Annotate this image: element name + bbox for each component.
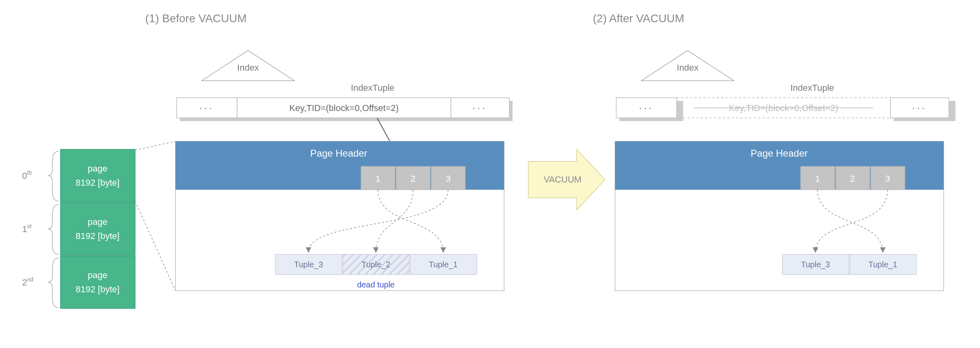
svg-text:0th: 0th <box>22 170 32 181</box>
vacuum-arrow-group: VACUUM <box>528 149 605 210</box>
index-label-after: Index <box>677 63 699 73</box>
slot3-after: 3 <box>885 174 890 184</box>
page-header-after: Page Header <box>751 148 807 159</box>
page2-line1: page <box>88 270 108 280</box>
svg-rect-2 <box>60 149 135 202</box>
tuple1-after: Tuple_1 <box>868 260 897 269</box>
vacuum-label: VACUUM <box>544 174 582 184</box>
ord1: 1 <box>22 224 27 234</box>
index-label-before: Index <box>237 63 259 73</box>
tuple1-before: Tuple_1 <box>429 260 458 269</box>
dead-tuple-label: dead tuple <box>357 280 394 289</box>
ord1-sup: st <box>27 223 31 229</box>
slot2-before: 2 <box>411 174 415 184</box>
tuple3-before: Tuple_3 <box>294 260 323 269</box>
page1-line1: page <box>88 217 108 227</box>
svg-line-9 <box>135 201 175 291</box>
ord0: 0 <box>22 171 27 181</box>
indextuple-label-after: IndexTuple <box>790 83 834 93</box>
page0-line2: 8192 [byte] <box>76 178 120 188</box>
page1-line2: 8192 [byte] <box>76 231 120 241</box>
slot1-after: 1 <box>815 174 820 184</box>
ordinal-labels: 0th 1st 2nd <box>22 151 58 308</box>
title-before: (1) Before VACUUM <box>145 12 247 25</box>
svg-line-8 <box>135 141 175 150</box>
idx-dots-left-after: ··· <box>639 103 654 113</box>
before-group: Index IndexTuple ··· Key,TID=(block=0,Of… <box>175 50 513 291</box>
svg-rect-3 <box>60 203 135 255</box>
indextuple-label-before: IndexTuple <box>351 83 394 93</box>
idx-entry-before: Key,TID=(block=0,Offset=2) <box>289 103 398 113</box>
idx-dots-right-after: ··· <box>912 103 927 113</box>
svg-text:1st: 1st <box>22 223 31 234</box>
ord2: 2 <box>22 277 27 287</box>
slot3-before: 3 <box>446 174 450 184</box>
svg-text:2nd: 2nd <box>22 276 33 287</box>
slot2-after: 2 <box>850 174 855 184</box>
tuple3-after: Tuple_3 <box>801 260 830 269</box>
slot1-before: 1 <box>375 174 380 184</box>
vacuum-diagram: (1) Before VACUUM (2) After VACUUM page … <box>0 0 980 348</box>
page-stack: page 8192 [byte] page 8192 [byte] page 8… <box>60 149 135 308</box>
tuple2-before: Tuple_2 <box>361 260 390 269</box>
page0-line1: page <box>88 164 108 174</box>
page-header-before: Page Header <box>310 148 367 159</box>
title-after: (2) After VACUUM <box>593 12 684 25</box>
ord2-sup: nd <box>27 276 33 283</box>
idx-dots-left-before: ··· <box>200 103 214 113</box>
after-group: Index IndexTuple ··· Key,TID=(block=0,Of… <box>615 50 955 291</box>
idx-dots-right-before: ··· <box>473 103 487 113</box>
page2-line2: 8192 [byte] <box>76 284 120 294</box>
svg-rect-4 <box>60 256 135 308</box>
ord0-sup: th <box>27 170 32 176</box>
